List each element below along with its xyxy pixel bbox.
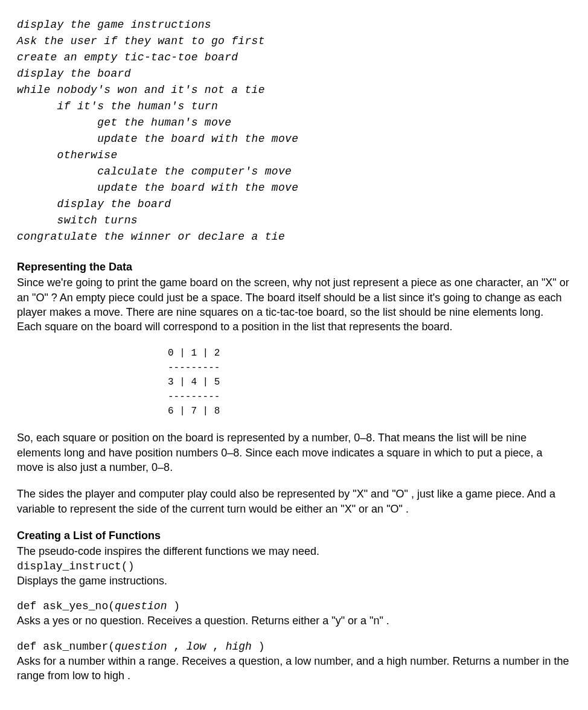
pseudocode-block: display the game instructions Ask the us… (17, 17, 571, 245)
param-high: high (226, 641, 252, 653)
function-description: Asks a yes or no question. Receives a qu… (17, 613, 571, 628)
sig-sep: , (167, 641, 186, 653)
heading-representing-data: Representing the Data (17, 260, 571, 274)
function-description: Asks for a number within a range. Receiv… (17, 654, 571, 683)
sig-suffix: ) (252, 641, 265, 653)
param-question: question (115, 641, 167, 653)
para-representing-data-1: Since we're going to print the game boar… (17, 275, 571, 334)
function-signature: def ask_yes_no(question ) (17, 599, 571, 613)
function-signature: def ask_number(question , low , high ) (17, 639, 571, 654)
function-ask-number: def ask_number(question , low , high ) A… (17, 639, 571, 683)
sig-suffix: ) (167, 600, 180, 612)
sig-prefix: def ask_number( (17, 641, 115, 653)
function-ask-yes-no: def ask_yes_no(question ) Asks a yes or … (17, 599, 571, 628)
param-question: question (115, 600, 167, 612)
para-representing-data-2: So, each square or position on the board… (17, 430, 571, 475)
board-diagram: 0 | 1 | 2 --------- 3 | 4 | 5 --------- … (17, 346, 571, 418)
function-description: Displays the game instructions. (17, 574, 571, 588)
param-low: low (187, 641, 206, 653)
function-display-instruct: display_instruct() Displays the game ins… (17, 559, 571, 589)
heading-function-list: Creating a List of Functions (17, 528, 571, 543)
sig-sep: , (206, 641, 225, 653)
para-representing-data-3: The sides the player and computer play c… (17, 487, 571, 516)
sig-prefix: def ask_yes_no( (17, 600, 115, 612)
function-signature: display_instruct() (17, 559, 571, 574)
para-function-intro: The pseudo-code inspires the different f… (17, 544, 571, 558)
